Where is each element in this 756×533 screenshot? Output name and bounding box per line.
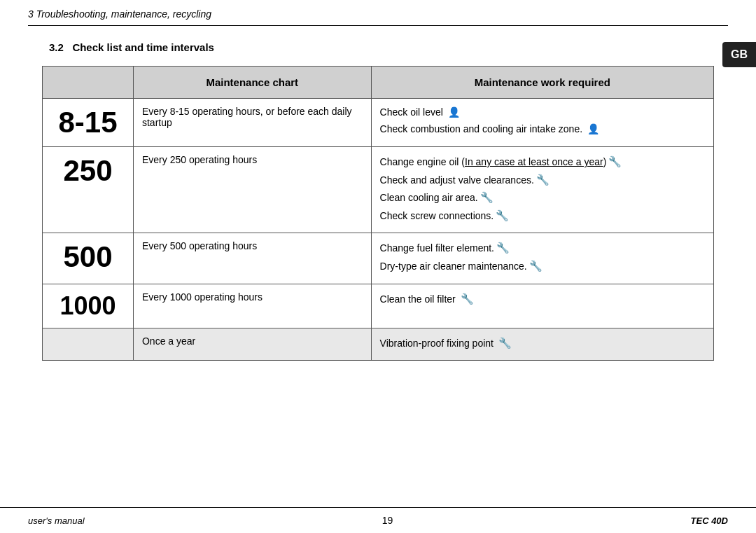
interval-8-15: 8-15 (43, 99, 134, 147)
work-line: Vibration-proof fixing point 🔧 (380, 335, 705, 351)
footer-right: TEC 40D (691, 515, 728, 526)
work-1000: Clean the oil filter 🔧 (371, 284, 713, 328)
table-header-row: Maintenance chart Maintenance work requi… (43, 67, 714, 99)
person-icon: 👤 (587, 123, 599, 137)
underline-text: In any case at least once a year (465, 156, 603, 167)
table-row: 250 Every 250 operating hours Change eng… (43, 147, 714, 233)
table-row: 500 Every 500 operating hours Change fue… (43, 233, 714, 284)
section-title: 3.2 Check list and time intervals (49, 41, 728, 53)
work-yearly: Vibration-proof fixing point 🔧 (371, 328, 713, 361)
work-8-15: Check oil level 👤 Check combustion and c… (371, 99, 713, 147)
footer-page-number: 19 (382, 515, 393, 526)
section-number: 3.2 (49, 41, 64, 53)
work-line: Check and adjust valve clearances.🔧 (380, 172, 705, 188)
wrench-icon: 🔧 (608, 154, 622, 169)
chart-1000: Every 1000 operating hours (133, 284, 371, 328)
table-row: Once a year Vibration-proof fixing point… (43, 328, 714, 361)
chapter-title: 3 Troubleshooting, maintenance, recyclin… (28, 8, 211, 20)
wrench-icon: 🔧 (496, 208, 509, 223)
work-500: Change fuel filter element.🔧 Dry-type ai… (371, 233, 713, 284)
interval-500: 500 (43, 233, 134, 284)
chart-8-15: Every 8-15 operating hours, or before ea… (133, 99, 371, 147)
col-work-header: Maintenance work required (371, 67, 713, 99)
wrench-icon: 🔧 (498, 335, 512, 350)
page-header: 3 Troubleshooting, maintenance, recyclin… (28, 0, 728, 26)
wrench-icon: 🔧 (496, 240, 510, 255)
col-interval-header (43, 67, 134, 99)
table-row: 8-15 Every 8-15 operating hours, or befo… (43, 99, 714, 147)
chart-500: Every 500 operating hours (133, 233, 371, 284)
col-chart-header: Maintenance chart (133, 67, 371, 99)
chart-250: Every 250 operating hours (133, 147, 371, 233)
interval-250: 250 (43, 147, 134, 233)
work-line: Change fuel filter element.🔧 (380, 240, 705, 256)
work-line: Check combustion and cooling air intake … (380, 123, 705, 137)
work-line: Change engine oil (In any case at least … (380, 154, 705, 169)
work-250: Change engine oil (In any case at least … (371, 147, 713, 233)
page-footer: user's manual 19 TEC 40D (0, 507, 756, 533)
interval-1000: 1000 (43, 284, 134, 328)
person-icon: 👤 (448, 106, 460, 120)
wrench-icon: 🔧 (461, 291, 474, 306)
work-line: Dry-type air cleaner maintenance.🔧 (380, 258, 705, 274)
work-line: Check screw connections.🔧 (380, 208, 705, 223)
wrench-icon: 🔧 (536, 172, 550, 187)
interval-yearly (43, 328, 134, 361)
chart-yearly: Once a year (133, 328, 371, 361)
work-line: Clean the oil filter 🔧 (380, 291, 705, 307)
wrench-icon: 🔧 (480, 190, 493, 205)
table-row: 1000 Every 1000 operating hours Clean th… (43, 284, 714, 328)
gb-badge: GB (722, 42, 756, 67)
work-line: Clean cooling air area.🔧 (380, 190, 705, 205)
wrench-icon: 🔧 (529, 258, 542, 273)
maintenance-table: Maintenance chart Maintenance work requi… (42, 66, 714, 361)
work-line: Check oil level 👤 (380, 106, 705, 120)
footer-left: user's manual (28, 515, 85, 526)
section-heading: Check list and time intervals (72, 41, 214, 53)
